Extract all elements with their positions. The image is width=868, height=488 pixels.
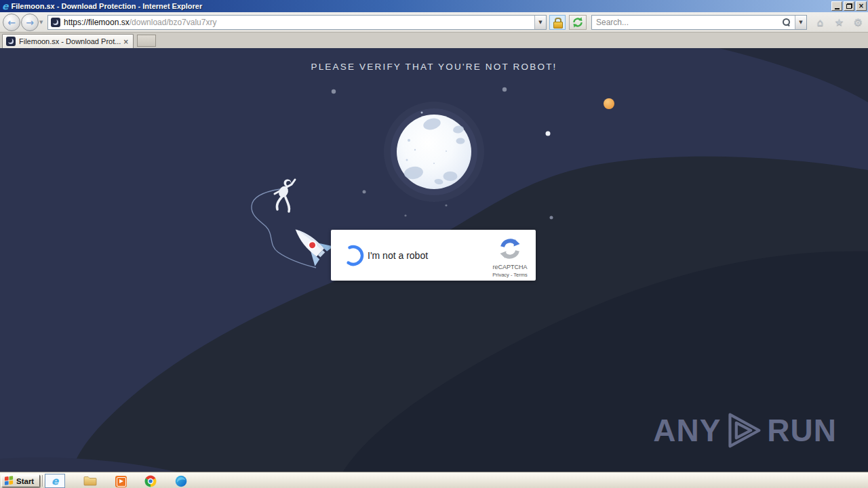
start-button[interactable]: Start	[1, 474, 40, 487]
ie-icon: e	[52, 475, 58, 487]
settings-button[interactable]: ⚙	[851, 16, 865, 29]
anyrun-logo-icon	[725, 411, 763, 449]
start-label: Start	[16, 477, 34, 485]
url-host: https://filemoon.sx	[64, 18, 130, 27]
page-heading: PLEASE VERIFY THAT YOU'RE NOT ROBOT!	[0, 62, 868, 72]
window-title: Filemoon.sx - Download Protection - Inte…	[12, 2, 203, 10]
anyrun-watermark-any: ANY	[653, 412, 721, 449]
site-favicon-icon	[51, 18, 60, 27]
taskbar-ie-button[interactable]: e	[45, 474, 65, 488]
taskbar-explorer-button[interactable]	[83, 474, 98, 488]
captcha-spinner-icon	[341, 243, 366, 268]
anyrun-watermark-run: RUN	[767, 412, 837, 449]
taskbar-chrome-button[interactable]	[143, 474, 158, 488]
tab-bar: Filemoon.sx - Download Prot... ×	[0, 33, 868, 48]
home-button[interactable]: ⌂	[813, 16, 827, 29]
address-bar[interactable]: https://filemoon.sx/download/bzo7valu7xr…	[47, 15, 547, 30]
recaptcha-logo-icon	[499, 238, 521, 260]
tab-favicon-icon	[6, 37, 16, 46]
forward-button[interactable]: →	[21, 14, 39, 31]
url-path: /download/bzo7valu7xry	[130, 18, 217, 27]
back-button[interactable]: ←	[3, 14, 20, 31]
address-dropdown-button[interactable]: ▼	[534, 16, 546, 29]
browser-toolbar: ← → ▼ https://filemoon.sx/download/bzo7v…	[0, 12, 868, 33]
media-player-icon	[115, 476, 127, 487]
privacy-terms-links[interactable]: Privacy - Terms	[484, 272, 536, 278]
lock-icon	[553, 18, 561, 27]
restore-icon	[846, 3, 852, 9]
url-text: https://filemoon.sx/download/bzo7valu7xr…	[64, 18, 534, 27]
minimize-button[interactable]	[831, 1, 842, 11]
restore-button[interactable]	[844, 1, 854, 11]
orange-planet-illustration	[604, 98, 614, 109]
screen: e Filemoon.sx - Download Protection - In…	[0, 0, 868, 488]
search-dropdown-button[interactable]: ▼	[795, 16, 806, 29]
edge-icon	[175, 475, 187, 487]
recaptcha-widget[interactable]: I'm not a robot reCAPTCHA Privacy - Term…	[331, 230, 536, 281]
new-tab-button[interactable]	[137, 35, 156, 47]
search-button[interactable]	[778, 16, 795, 29]
captcha-label: I'm not a robot	[368, 230, 428, 281]
tab-filemoon[interactable]: Filemoon.sx - Download Prot... ×	[2, 34, 134, 48]
refresh-icon	[572, 16, 584, 28]
minimize-icon	[835, 8, 840, 9]
recaptcha-brand: reCAPTCHA	[484, 264, 536, 270]
folder-icon	[83, 476, 97, 487]
taskbar-media-player-button[interactable]	[113, 474, 128, 488]
window-titlebar: e Filemoon.sx - Download Protection - In…	[0, 0, 868, 12]
refresh-button[interactable]	[569, 15, 587, 30]
search-input[interactable]	[592, 16, 778, 28]
chrome-icon	[144, 475, 157, 487]
close-button[interactable]: ×	[856, 1, 867, 11]
recent-pages-dropdown[interactable]: ▼	[39, 20, 43, 25]
anyrun-watermark: ANY RUN	[653, 411, 837, 449]
search-icon	[783, 18, 791, 26]
taskbar-divider	[42, 475, 43, 487]
search-box: ▼	[591, 15, 807, 30]
moon-illustration	[384, 102, 484, 202]
browser-viewport: PLEASE VERIFY THAT YOU'RE NOT ROBOT! I'm…	[0, 48, 868, 472]
taskbar: Start e	[0, 472, 868, 488]
ie-logo-icon: e	[2, 1, 9, 11]
security-lock-button[interactable]	[549, 15, 566, 30]
favorites-button[interactable]: ★	[832, 16, 846, 29]
taskbar-edge-button[interactable]	[174, 474, 189, 488]
tab-close-icon[interactable]: ×	[122, 38, 130, 45]
tab-title: Filemoon.sx - Download Prot...	[19, 37, 122, 45]
windows-logo-icon	[4, 476, 14, 486]
